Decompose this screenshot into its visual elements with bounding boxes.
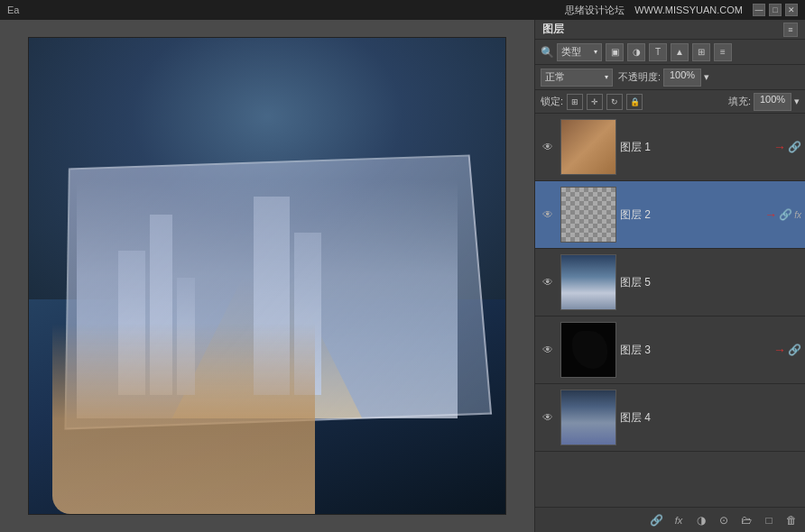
layer-fx-badge: fx: [794, 210, 801, 220]
layers-list: 👁 图层 1 → 🔗 👁 图层 2: [535, 114, 805, 507]
panel-menu-button[interactable]: ≡: [783, 23, 798, 37]
fill-label: 填充:: [728, 95, 751, 108]
layer-link-icon: →: [773, 343, 786, 357]
toolbar-fx-btn[interactable]: fx: [669, 510, 689, 530]
close-button[interactable]: ✕: [785, 4, 798, 16]
lock-move-btn[interactable]: ✛: [587, 94, 603, 110]
layer-chain-icon: 🔗: [788, 344, 801, 356]
opacity-arrow-icon[interactable]: ▾: [704, 71, 709, 83]
toolbar-adjustment-btn[interactable]: ⊙: [714, 510, 734, 530]
canvas-image: [28, 37, 506, 515]
title-bar-info: 思绪设计论坛 WWW.MISSYUAN.COM — □ ✕: [565, 4, 798, 17]
filter-shape-btn[interactable]: ▲: [671, 43, 689, 61]
layer-link-icon: →: [764, 207, 777, 222]
toolbar-new-layer-btn[interactable]: □: [759, 510, 779, 530]
opacity-label: 不透明度:: [618, 70, 661, 84]
filter-panel-btn[interactable]: ≡: [714, 43, 732, 61]
layer-thumbnail: [560, 254, 616, 310]
layer-info: 图层 4: [620, 408, 801, 427]
layer-visibility-icon[interactable]: 👁: [539, 208, 557, 221]
layer-info: 图层 5: [620, 273, 801, 292]
blend-mode-select[interactable]: 正常 ▾: [541, 69, 613, 87]
filter-bar: 🔍 类型 ▾ ▣ ◑ T ▲ ⊞ ≡: [535, 40, 805, 65]
canvas-area: [0, 20, 534, 532]
main-area: 图层 ≡ 🔍 类型 ▾ ▣ ◑ T ▲ ⊞ ≡ 正常 ▾ 不透明度:: [0, 20, 805, 532]
blend-chevron-icon: ▾: [605, 73, 608, 81]
opacity-row: 不透明度: 100% ▾: [618, 69, 709, 87]
layer-actions: → 🔗: [773, 343, 801, 357]
minimize-button[interactable]: —: [753, 4, 765, 16]
toolbar-delete-btn[interactable]: 🗑: [782, 510, 801, 530]
filter-pixel-btn[interactable]: ▣: [606, 43, 624, 61]
layer-thumbnail: [560, 390, 616, 445]
toolbar-mask-btn[interactable]: ◑: [691, 510, 711, 530]
layer-item[interactable]: 👁 图层 3 → 🔗: [535, 316, 805, 384]
title-bar-brand: Ea: [7, 5, 19, 15]
layer-link-icon: →: [773, 140, 786, 154]
toolbar-link-btn[interactable]: 🔗: [646, 510, 666, 530]
blend-row: 正常 ▾ 不透明度: 100% ▾: [535, 65, 805, 90]
layer-thumbnail: [560, 187, 616, 243]
layer-visibility-icon[interactable]: 👁: [539, 276, 557, 289]
filter-adjust-btn[interactable]: ◑: [627, 43, 645, 61]
layer-name: 图层 5: [620, 275, 801, 290]
filter-smartobj-btn[interactable]: ⊞: [692, 43, 710, 61]
toolbar-group-btn[interactable]: 🗁: [736, 510, 756, 530]
search-icon: 🔍: [541, 46, 553, 59]
lock-row: 锁定: ⊞ ✛ ↻ 🔒 填充: 100% ▾: [535, 90, 805, 114]
layer-visibility-icon[interactable]: 👁: [539, 344, 557, 356]
layer-thumb-content: [561, 188, 615, 242]
layer-thumb-content: [561, 390, 615, 445]
layer-item[interactable]: 👁 ⇔ 图层 5: [535, 249, 805, 316]
black-blob: [572, 331, 607, 369]
layer-name: 图层 4: [620, 410, 801, 426]
maximize-button[interactable]: □: [769, 4, 782, 16]
lock-label: 锁定:: [541, 95, 563, 108]
title-bar: Ea 思绪设计论坛 WWW.MISSYUAN.COM — □ ✕: [0, 0, 805, 20]
layer-item[interactable]: 👁 图层 2 → 🔗 fx: [535, 181, 805, 249]
panel-header: 图层 ≡: [535, 20, 805, 40]
chevron-down-icon: ▾: [594, 48, 597, 56]
layer-item[interactable]: 👁 图层 4: [535, 384, 805, 452]
fill-input[interactable]: 100%: [754, 93, 791, 111]
layer-chain-icon: 🔗: [788, 141, 801, 153]
lock-pixel-btn[interactable]: ⊞: [567, 94, 583, 110]
lock-all-btn[interactable]: 🔒: [626, 94, 643, 110]
layer-visibility-icon[interactable]: 👁: [539, 411, 557, 424]
layer-thumb-content: [561, 255, 615, 309]
layer-chain-icon: 🔗: [779, 208, 792, 221]
title-bar-subtitle: WWW.MISSYUAN.COM: [634, 5, 743, 15]
layer-thumbnail: [560, 322, 616, 378]
filter-type-btn[interactable]: T: [649, 43, 667, 61]
layers-panel: 图层 ≡ 🔍 类型 ▾ ▣ ◑ T ▲ ⊞ ≡ 正常 ▾ 不透明度:: [534, 20, 805, 532]
opacity-input[interactable]: 100%: [663, 69, 701, 87]
layer-thumb-content: [561, 120, 615, 174]
fill-row: 填充: 100% ▾: [728, 93, 800, 111]
fill-arrow-icon[interactable]: ▾: [794, 96, 800, 107]
layer-item[interactable]: 👁 图层 1 → 🔗: [535, 114, 805, 181]
title-bar-title: 思绪设计论坛: [565, 4, 625, 17]
layers-toolbar: 🔗 fx ◑ ⊙ 🗁 □ 🗑: [535, 507, 805, 532]
panel-title: 图层: [542, 22, 564, 37]
lock-rotate-btn[interactable]: ↻: [606, 94, 623, 110]
layer-actions: → 🔗 fx: [764, 207, 801, 222]
layer-visibility-icon[interactable]: 👁: [539, 141, 557, 153]
layer-thumbnail: [560, 119, 616, 175]
layer-thumb-content: [561, 323, 615, 377]
filter-type-select[interactable]: 类型 ▾: [557, 43, 602, 61]
layer-actions: → 🔗: [773, 140, 801, 154]
hand-holding: [52, 324, 314, 514]
